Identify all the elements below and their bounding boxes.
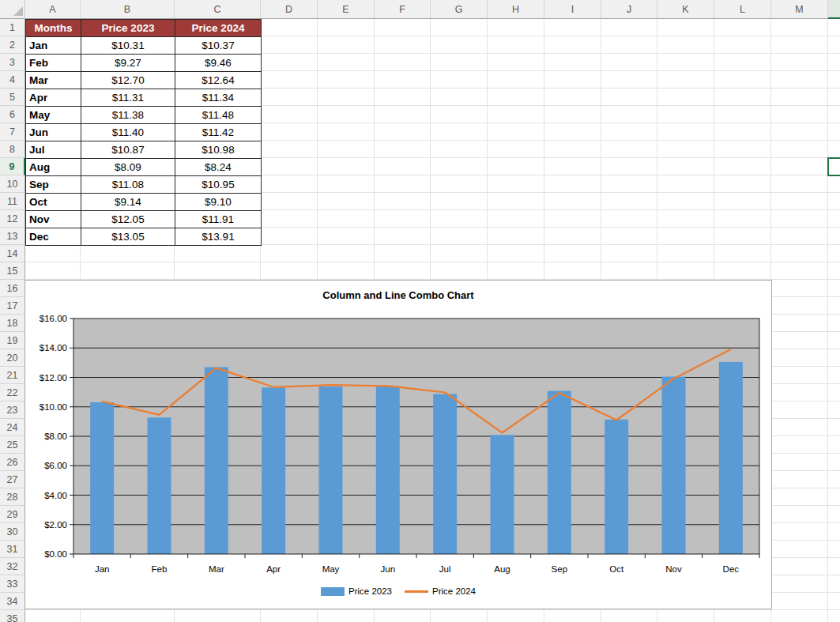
active-cell-N9[interactable]	[827, 157, 840, 176]
row-header-17[interactable]: 17	[0, 297, 25, 315]
column-header-L[interactable]: L	[714, 0, 771, 19]
cell-A12[interactable]: Nov	[26, 211, 81, 228]
cell-B11[interactable]: $9.14	[81, 194, 175, 211]
cell-A11[interactable]: Oct	[26, 194, 81, 211]
cell-A2[interactable]: Jan	[26, 37, 81, 55]
column-header-F[interactable]: F	[375, 0, 431, 19]
column-header-D[interactable]: D	[261, 0, 318, 19]
row-header-34[interactable]: 34	[0, 593, 25, 610]
row-header-8[interactable]: 8	[0, 141, 25, 158]
column-header-C[interactable]: C	[175, 0, 261, 19]
cell-B4[interactable]: $12.70	[81, 72, 175, 89]
select-all-button[interactable]	[0, 0, 25, 19]
row-header-15[interactable]: 15	[0, 262, 25, 280]
column-header-J[interactable]: J	[601, 0, 657, 19]
row-header-25[interactable]: 25	[0, 436, 25, 454]
row-header-4[interactable]: 4	[0, 71, 25, 89]
chart-legend[interactable]: Price 2023 Price 2024	[25, 586, 771, 596]
row-header-23[interactable]: 23	[0, 401, 25, 419]
table-row: May$11.38$11.48	[26, 107, 262, 124]
row-header-5[interactable]: 5	[0, 89, 25, 106]
cell-C5[interactable]: $11.34	[175, 89, 262, 107]
cell-A7[interactable]: Jun	[26, 124, 81, 141]
row-header-7[interactable]: 7	[0, 123, 25, 141]
cell-C4[interactable]: $12.64	[175, 72, 262, 89]
cell-C6[interactable]: $11.48	[175, 107, 262, 124]
cell-A4[interactable]: Mar	[26, 72, 81, 89]
row-header-22[interactable]: 22	[0, 384, 25, 401]
cell-B8[interactable]: $10.87	[81, 141, 175, 159]
column-header-M[interactable]: M	[771, 0, 828, 19]
row-header-35[interactable]: 35	[0, 610, 25, 622]
cell-B5[interactable]: $11.31	[81, 89, 175, 107]
cell-C9[interactable]: $8.24	[175, 159, 262, 176]
row-header-28[interactable]: 28	[0, 488, 25, 506]
row-header-31[interactable]: 31	[0, 541, 25, 558]
cell-A5[interactable]: Apr	[26, 89, 81, 107]
column-header-K[interactable]: K	[657, 0, 714, 19]
cell-B7[interactable]: $11.40	[81, 124, 175, 141]
cell-C3[interactable]: $9.46	[175, 55, 262, 72]
row-header-3[interactable]: 3	[0, 54, 25, 71]
cell-C8[interactable]: $10.98	[175, 141, 262, 159]
cell-B1[interactable]: Price 2023	[81, 20, 175, 37]
cell-A6[interactable]: May	[26, 107, 81, 124]
cell-B13[interactable]: $13.05	[81, 228, 175, 246]
cell-C12[interactable]: $11.91	[175, 211, 262, 228]
row-header-10[interactable]: 10	[0, 175, 25, 193]
cell-A1[interactable]: Months	[26, 20, 81, 37]
cell-B9[interactable]: $8.09	[81, 159, 175, 176]
column-header-G[interactable]: G	[431, 0, 488, 19]
cell-C7[interactable]: $11.42	[175, 124, 262, 141]
row-header-11[interactable]: 11	[0, 193, 25, 210]
row-header-30[interactable]: 30	[0, 523, 25, 541]
cell-A8[interactable]: Jul	[26, 141, 81, 159]
cell-C10[interactable]: $10.95	[175, 176, 262, 194]
cell-C1[interactable]: Price 2024	[175, 20, 262, 37]
column-header-B[interactable]: B	[81, 0, 175, 19]
row-header-1[interactable]: 1	[0, 19, 25, 36]
row-header-20[interactable]: 20	[0, 349, 25, 367]
row-header-2[interactable]: 2	[0, 36, 25, 54]
row-header-12[interactable]: 12	[0, 210, 25, 228]
column-header-A[interactable]: A	[25, 0, 81, 19]
row-header-16[interactable]: 16	[0, 280, 25, 297]
row-header-13[interactable]: 13	[0, 228, 25, 245]
row-header-26[interactable]: 26	[0, 454, 25, 471]
cell-C2[interactable]: $10.37	[175, 37, 262, 55]
y-axis-labels[interactable]: $0.00$2.00$4.00$6.00$8.00$10.00$12.00$14…	[40, 314, 67, 559]
cell-B2[interactable]: $10.31	[81, 37, 175, 55]
cell-B12[interactable]: $12.05	[81, 211, 175, 228]
row-header-24[interactable]: 24	[0, 419, 25, 436]
row-header-6[interactable]: 6	[0, 106, 25, 123]
cell-B3[interactable]: $9.27	[81, 55, 175, 72]
cell-A9[interactable]: Aug	[26, 159, 81, 176]
column-header-E[interactable]: E	[318, 0, 375, 19]
row-header-27[interactable]: 27	[0, 471, 25, 488]
cell-A3[interactable]: Feb	[26, 55, 81, 72]
row-header-33[interactable]: 33	[0, 575, 25, 593]
cell-A10[interactable]: Sep	[26, 176, 81, 194]
x-axis-label: Apr	[266, 564, 281, 574]
x-axis-labels[interactable]: JanFebMarAprMayJunJulAugSepOctNovDec	[95, 564, 739, 574]
row-header-32[interactable]: 32	[0, 558, 25, 575]
cell-B10[interactable]: $11.08	[81, 176, 175, 194]
cell-B6[interactable]: $11.38	[81, 107, 175, 124]
row-header-29[interactable]: 29	[0, 506, 25, 523]
row-header-19[interactable]: 19	[0, 332, 25, 349]
table-row: Nov$12.05$11.91	[26, 211, 262, 228]
cell-A13[interactable]: Dec	[26, 228, 81, 246]
cell-C11[interactable]: $9.10	[175, 194, 262, 211]
combo-chart[interactable]: Column and Line Combo Chart $0.00$2.00$4…	[24, 280, 772, 609]
table-row: Mar$12.70$12.64	[26, 72, 262, 89]
column-header-N[interactable]: N	[828, 0, 840, 19]
row-header-9[interactable]: 9	[0, 158, 25, 175]
row-header-14[interactable]: 14	[0, 245, 25, 262]
column-header-I[interactable]: I	[544, 0, 601, 19]
row-header-21[interactable]: 21	[0, 367, 25, 384]
y-axis-label: $14.00	[40, 343, 67, 352]
cell-C13[interactable]: $13.91	[175, 228, 262, 246]
column-header-H[interactable]: H	[488, 0, 544, 19]
row-header-18[interactable]: 18	[0, 315, 25, 332]
legend-item-price-2024: Price 2024	[405, 586, 476, 596]
